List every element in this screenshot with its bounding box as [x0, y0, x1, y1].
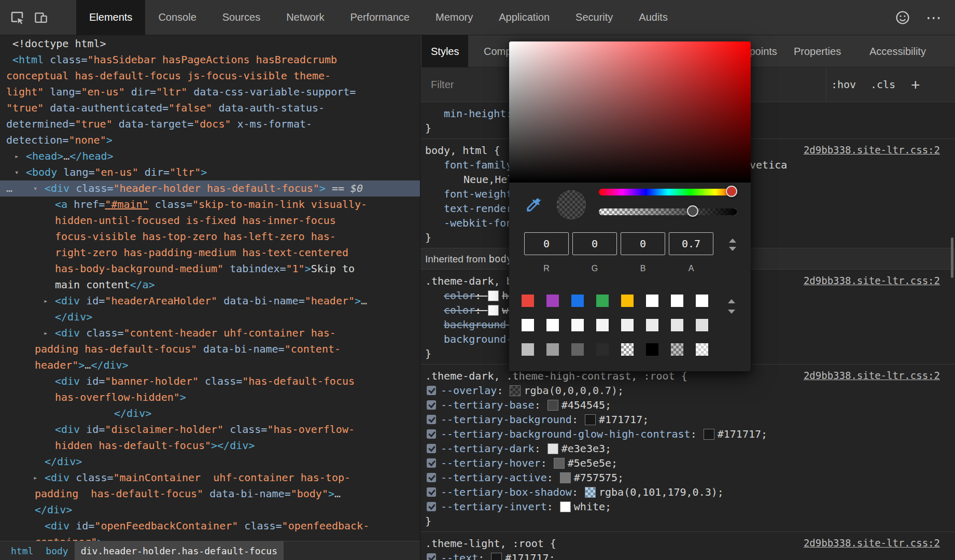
disclosure-closed-icon[interactable]: ▸ [44, 325, 48, 341]
tab-performance[interactable]: Performance [338, 0, 423, 35]
palette-swatch[interactable] [646, 319, 658, 331]
dom-tree-row[interactable]: focus-visible has-top-zero has-left-zero… [0, 229, 420, 245]
declaration-row[interactable]: --tertiary-box-shadow: rgba(0,101,179,0.… [420, 485, 955, 499]
tab-audits[interactable]: Audits [626, 0, 681, 35]
dom-tree-row[interactable]: </div> [0, 309, 420, 325]
color-swatch[interactable] [560, 502, 570, 512]
palette-swatch[interactable] [546, 319, 559, 331]
dom-tree-row[interactable]: padding has-default-focus" data-bi-name=… [0, 486, 420, 502]
palette-swatch[interactable] [522, 343, 534, 356]
palette-swatch[interactable] [621, 319, 634, 331]
tab-application[interactable]: Application [486, 0, 563, 35]
styles-tab-properties[interactable]: Properties [784, 35, 850, 67]
declaration-checkbox[interactable] [427, 473, 436, 482]
palette-swatch[interactable] [546, 343, 559, 356]
declaration-row[interactable]: --tertiary-background-glow-high-contrast… [420, 427, 955, 441]
color-swatch[interactable] [548, 444, 558, 454]
declaration-row[interactable]: --overlay: rgba(0,0,0,0.7); [420, 383, 955, 398]
stylesheet-link[interactable]: 2d9bb338.site-ltr.css:2 [804, 537, 940, 549]
styles-tab-accessibility[interactable]: Accessibility [860, 35, 935, 67]
color-swatch[interactable] [491, 553, 501, 560]
stylesheet-link[interactable]: 2d9bb338.site-ltr.css:2 [804, 275, 940, 286]
disclosure-closed-icon[interactable]: ▸ [15, 148, 19, 164]
dom-tree-row[interactable]: has-overflow-hidden"> [0, 389, 420, 405]
dom-tree-row[interactable]: "true" data-authenticated="false" data-a… [0, 100, 420, 116]
styles-filter-input[interactable]: Filter [431, 67, 454, 102]
alpha-slider-knob[interactable] [687, 205, 698, 217]
palette-swatch[interactable] [696, 343, 708, 356]
breadcrumb-item[interactable]: div.header-holder.has-default-focus [75, 541, 284, 560]
class-toggle-button[interactable]: .cls [870, 67, 895, 102]
spinner-down-icon[interactable] [729, 247, 736, 251]
disclosure-open-icon[interactable]: ▾ [33, 180, 37, 197]
declaration-checkbox[interactable] [427, 458, 436, 468]
dom-tree-row[interactable]: <div id="openFeedbackContainer" class="o… [0, 518, 420, 534]
palette-swatch[interactable] [671, 295, 683, 307]
breadcrumb-item[interactable]: body [39, 541, 74, 560]
dom-tree-row[interactable]: hidden has-default-focus"></div> [0, 438, 420, 454]
dom-tree-row[interactable]: <html class="hasSidebar hasPageActions h… [0, 52, 420, 68]
color-swatch[interactable] [704, 429, 714, 439]
dom-tree-row[interactable]: </div> [0, 454, 420, 470]
dom-tree-row[interactable]: hidden-until-focused is-fixed has-inner-… [0, 213, 420, 229]
dom-tree-row[interactable]: main content</a> [0, 277, 420, 293]
dom-tree-row[interactable]: light" lang="en-us" dir="ltr" data-css-v… [0, 84, 420, 100]
declaration-checkbox[interactable] [427, 386, 436, 395]
color-swatch[interactable] [488, 305, 498, 315]
palette-swatch[interactable] [596, 295, 609, 307]
styles-tab-styles[interactable]: Styles [422, 35, 468, 67]
declaration-checkbox[interactable] [427, 429, 436, 439]
color-swatch[interactable] [488, 291, 498, 301]
saturation-brightness-area[interactable] [509, 41, 751, 183]
palette-swatch[interactable] [696, 319, 708, 331]
dom-tree-row[interactable]: ▸<div class="mainContainer uhf-container… [0, 470, 420, 486]
channel-value-input[interactable]: 0.7 [669, 232, 713, 255]
dom-tree-row[interactable]: …▾<div class="header-holder has-default-… [0, 180, 420, 197]
tab-console[interactable]: Console [145, 0, 209, 35]
declaration-checkbox[interactable] [427, 553, 436, 560]
dom-tree-row[interactable]: determined="true" data-target="docs" x-m… [0, 116, 420, 132]
palette-swatch[interactable] [671, 319, 683, 331]
palette-swatch[interactable] [571, 343, 584, 356]
declaration-checkbox[interactable] [427, 444, 436, 453]
dom-tree-row[interactable]: </div> [0, 405, 420, 422]
dom-tree-row[interactable]: <a href="#main" class="skip-to-main-link… [0, 197, 420, 213]
dom-tree-row[interactable]: ▸<div class="content-header uhf-containe… [0, 325, 420, 341]
dom-tree-row[interactable]: right-zero has-padding-medium has-text-c… [0, 245, 420, 261]
declaration-row[interactable]: --tertiary-invert: white; [420, 499, 955, 514]
declaration-checkbox[interactable] [427, 502, 436, 511]
declaration-row[interactable]: --tertiary-dark: #e3e3e3; [420, 441, 955, 456]
color-swatch[interactable] [510, 386, 520, 396]
declaration-checkbox[interactable] [427, 415, 436, 424]
palette-swatch[interactable] [596, 343, 609, 356]
palette-swatch[interactable] [671, 343, 683, 356]
disclosure-closed-icon[interactable]: ▸ [44, 293, 48, 309]
dom-tree-row[interactable]: padding has-default-focus" data-bi-name=… [0, 341, 420, 357]
pseudo-class-toggle-button[interactable]: :hov [831, 67, 856, 102]
color-swatch[interactable] [560, 473, 570, 483]
dom-tree-row[interactable]: conceptual has-default-focus js-focus-vi… [0, 68, 420, 84]
eyedropper-icon[interactable] [524, 195, 543, 215]
dom-tree-row[interactable]: header">…</div> [0, 357, 420, 373]
feedback-smiley-icon[interactable] [891, 0, 915, 35]
palette-up-icon[interactable] [728, 299, 735, 303]
current-color-swatch[interactable] [557, 190, 586, 219]
stylesheet-link[interactable]: 2d9bb338.site-ltr.css:2 [804, 370, 940, 381]
palette-swatch[interactable] [522, 319, 534, 331]
tab-elements[interactable]: Elements [76, 0, 145, 35]
dom-tree-row[interactable]: <div id="disclaimer-holder" class="has-o… [0, 422, 420, 438]
tab-network[interactable]: Network [273, 0, 337, 35]
inspect-element-icon[interactable] [5, 0, 29, 35]
color-swatch[interactable] [554, 458, 564, 468]
palette-swatch[interactable] [696, 295, 708, 307]
dom-tree-row[interactable]: ▾<body lang="en-us" dir="ltr"> [0, 164, 420, 180]
dom-tree-row[interactable]: ▸<div id="headerAreaHolder" data-bi-name… [0, 293, 420, 309]
palette-swatch[interactable] [621, 343, 634, 356]
palette-swatch[interactable] [621, 295, 634, 307]
disclosure-open-icon[interactable]: ▾ [15, 164, 19, 180]
disclosure-closed-icon[interactable]: ▸ [33, 470, 37, 486]
declaration-checkbox[interactable] [427, 400, 436, 410]
hue-slider-knob[interactable] [726, 186, 737, 197]
tab-memory[interactable]: Memory [423, 0, 486, 35]
palette-swatch[interactable] [596, 319, 609, 331]
